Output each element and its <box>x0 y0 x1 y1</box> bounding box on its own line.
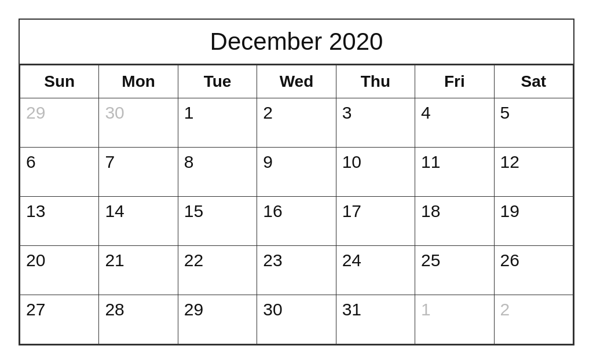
day-cell[interactable]: 22 <box>178 246 257 295</box>
day-header-sat: Sat <box>494 65 573 98</box>
day-header-mon: Mon <box>99 65 178 98</box>
day-cell[interactable]: 13 <box>20 197 99 246</box>
day-cell[interactable]: 11 <box>415 148 494 197</box>
day-cell[interactable]: 6 <box>20 148 99 197</box>
day-header-wed: Wed <box>257 65 336 98</box>
day-cell[interactable]: 9 <box>257 148 336 197</box>
calendar-table: SunMonTueWedThuFriSat 293012345678910111… <box>20 65 573 344</box>
day-cell[interactable]: 29 <box>20 98 99 148</box>
day-cell[interactable]: 1 <box>415 295 494 344</box>
calendar: December 2020 SunMonTueWedThuFriSat 2930… <box>19 19 574 345</box>
day-cell[interactable]: 20 <box>20 246 99 295</box>
day-cell[interactable]: 25 <box>415 246 494 295</box>
day-cell[interactable]: 4 <box>415 98 494 148</box>
day-header-tue: Tue <box>178 65 257 98</box>
day-cell[interactable]: 14 <box>99 197 178 246</box>
day-cell[interactable]: 1 <box>178 98 257 148</box>
day-cell[interactable]: 24 <box>336 246 415 295</box>
day-cell[interactable]: 18 <box>415 197 494 246</box>
calendar-body: 2930123456789101112131415161718192021222… <box>20 98 573 344</box>
week-row-1: 293012345 <box>20 98 573 148</box>
day-cell[interactable]: 2 <box>494 295 573 344</box>
week-row-3: 13141516171819 <box>20 197 573 246</box>
days-of-week-row: SunMonTueWedThuFriSat <box>20 65 573 98</box>
day-cell[interactable]: 2 <box>257 98 336 148</box>
day-cell[interactable]: 19 <box>494 197 573 246</box>
calendar-title: December 2020 <box>20 20 573 65</box>
day-cell[interactable]: 29 <box>178 295 257 344</box>
day-cell[interactable]: 28 <box>99 295 178 344</box>
day-cell[interactable]: 31 <box>336 295 415 344</box>
day-cell[interactable]: 16 <box>257 197 336 246</box>
day-cell[interactable]: 23 <box>257 246 336 295</box>
day-header-sun: Sun <box>20 65 99 98</box>
week-row-2: 6789101112 <box>20 148 573 197</box>
day-cell[interactable]: 26 <box>494 246 573 295</box>
day-cell[interactable]: 3 <box>336 98 415 148</box>
day-cell[interactable]: 27 <box>20 295 99 344</box>
day-cell[interactable]: 21 <box>99 246 178 295</box>
day-cell[interactable]: 5 <box>494 98 573 148</box>
day-cell[interactable]: 8 <box>178 148 257 197</box>
day-cell[interactable]: 7 <box>99 148 178 197</box>
day-cell[interactable]: 15 <box>178 197 257 246</box>
day-cell[interactable]: 12 <box>494 148 573 197</box>
day-cell[interactable]: 10 <box>336 148 415 197</box>
day-cell[interactable]: 17 <box>336 197 415 246</box>
day-header-thu: Thu <box>336 65 415 98</box>
day-cell[interactable]: 30 <box>99 98 178 148</box>
day-cell[interactable]: 30 <box>257 295 336 344</box>
day-header-fri: Fri <box>415 65 494 98</box>
week-row-5: 272829303112 <box>20 295 573 344</box>
week-row-4: 20212223242526 <box>20 246 573 295</box>
